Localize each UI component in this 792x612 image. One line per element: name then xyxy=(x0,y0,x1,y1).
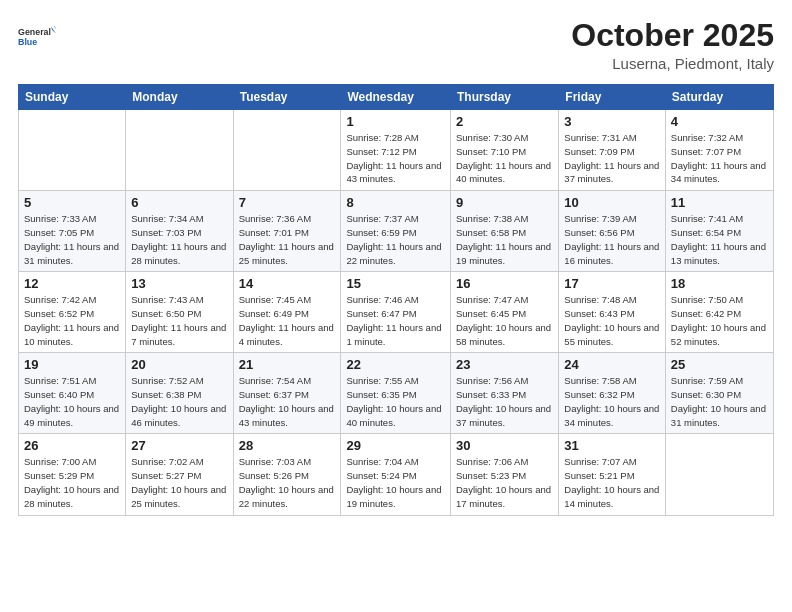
day-number: 8 xyxy=(346,195,445,210)
calendar-cell: 22Sunrise: 7:55 AM Sunset: 6:35 PM Dayli… xyxy=(341,353,451,434)
day-info: Sunrise: 7:04 AM Sunset: 5:24 PM Dayligh… xyxy=(346,455,445,510)
day-info: Sunrise: 7:59 AM Sunset: 6:30 PM Dayligh… xyxy=(671,374,768,429)
calendar-cell: 31Sunrise: 7:07 AM Sunset: 5:21 PM Dayli… xyxy=(559,434,666,515)
day-info: Sunrise: 7:38 AM Sunset: 6:58 PM Dayligh… xyxy=(456,212,553,267)
day-info: Sunrise: 7:30 AM Sunset: 7:10 PM Dayligh… xyxy=(456,131,553,186)
calendar-cell: 2Sunrise: 7:30 AM Sunset: 7:10 PM Daylig… xyxy=(451,110,559,191)
day-info: Sunrise: 7:47 AM Sunset: 6:45 PM Dayligh… xyxy=(456,293,553,348)
day-number: 18 xyxy=(671,276,768,291)
day-number: 15 xyxy=(346,276,445,291)
calendar-cell: 29Sunrise: 7:04 AM Sunset: 5:24 PM Dayli… xyxy=(341,434,451,515)
day-info: Sunrise: 7:51 AM Sunset: 6:40 PM Dayligh… xyxy=(24,374,120,429)
header-friday: Friday xyxy=(559,85,666,110)
calendar-week-row: 19Sunrise: 7:51 AM Sunset: 6:40 PM Dayli… xyxy=(19,353,774,434)
calendar-cell: 3Sunrise: 7:31 AM Sunset: 7:09 PM Daylig… xyxy=(559,110,666,191)
day-number: 31 xyxy=(564,438,660,453)
svg-text:Blue: Blue xyxy=(18,37,37,47)
day-info: Sunrise: 7:32 AM Sunset: 7:07 PM Dayligh… xyxy=(671,131,768,186)
day-info: Sunrise: 7:58 AM Sunset: 6:32 PM Dayligh… xyxy=(564,374,660,429)
calendar-cell: 24Sunrise: 7:58 AM Sunset: 6:32 PM Dayli… xyxy=(559,353,666,434)
day-info: Sunrise: 7:42 AM Sunset: 6:52 PM Dayligh… xyxy=(24,293,120,348)
day-info: Sunrise: 7:54 AM Sunset: 6:37 PM Dayligh… xyxy=(239,374,336,429)
calendar-cell: 21Sunrise: 7:54 AM Sunset: 6:37 PM Dayli… xyxy=(233,353,341,434)
calendar-cell xyxy=(233,110,341,191)
calendar-cell: 6Sunrise: 7:34 AM Sunset: 7:03 PM Daylig… xyxy=(126,191,233,272)
calendar-cell: 30Sunrise: 7:06 AM Sunset: 5:23 PM Dayli… xyxy=(451,434,559,515)
calendar-cell xyxy=(665,434,773,515)
day-number: 11 xyxy=(671,195,768,210)
header-monday: Monday xyxy=(126,85,233,110)
calendar-cell: 23Sunrise: 7:56 AM Sunset: 6:33 PM Dayli… xyxy=(451,353,559,434)
day-number: 6 xyxy=(131,195,227,210)
calendar-cell: 15Sunrise: 7:46 AM Sunset: 6:47 PM Dayli… xyxy=(341,272,451,353)
calendar-cell: 7Sunrise: 7:36 AM Sunset: 7:01 PM Daylig… xyxy=(233,191,341,272)
calendar-cell: 27Sunrise: 7:02 AM Sunset: 5:27 PM Dayli… xyxy=(126,434,233,515)
day-number: 9 xyxy=(456,195,553,210)
day-info: Sunrise: 7:39 AM Sunset: 6:56 PM Dayligh… xyxy=(564,212,660,267)
header-saturday: Saturday xyxy=(665,85,773,110)
day-number: 28 xyxy=(239,438,336,453)
calendar-cell: 25Sunrise: 7:59 AM Sunset: 6:30 PM Dayli… xyxy=(665,353,773,434)
day-number: 17 xyxy=(564,276,660,291)
day-info: Sunrise: 7:52 AM Sunset: 6:38 PM Dayligh… xyxy=(131,374,227,429)
calendar-cell: 10Sunrise: 7:39 AM Sunset: 6:56 PM Dayli… xyxy=(559,191,666,272)
calendar-cell: 8Sunrise: 7:37 AM Sunset: 6:59 PM Daylig… xyxy=(341,191,451,272)
day-number: 3 xyxy=(564,114,660,129)
day-number: 12 xyxy=(24,276,120,291)
day-info: Sunrise: 7:34 AM Sunset: 7:03 PM Dayligh… xyxy=(131,212,227,267)
calendar-cell: 1Sunrise: 7:28 AM Sunset: 7:12 PM Daylig… xyxy=(341,110,451,191)
page: General Blue October 2025 Luserna, Piedm… xyxy=(0,0,792,612)
day-number: 27 xyxy=(131,438,227,453)
calendar-cell: 26Sunrise: 7:00 AM Sunset: 5:29 PM Dayli… xyxy=(19,434,126,515)
day-info: Sunrise: 7:33 AM Sunset: 7:05 PM Dayligh… xyxy=(24,212,120,267)
day-info: Sunrise: 7:43 AM Sunset: 6:50 PM Dayligh… xyxy=(131,293,227,348)
day-info: Sunrise: 7:28 AM Sunset: 7:12 PM Dayligh… xyxy=(346,131,445,186)
calendar-week-row: 1Sunrise: 7:28 AM Sunset: 7:12 PM Daylig… xyxy=(19,110,774,191)
day-info: Sunrise: 7:50 AM Sunset: 6:42 PM Dayligh… xyxy=(671,293,768,348)
calendar-cell: 20Sunrise: 7:52 AM Sunset: 6:38 PM Dayli… xyxy=(126,353,233,434)
day-info: Sunrise: 7:45 AM Sunset: 6:49 PM Dayligh… xyxy=(239,293,336,348)
day-info: Sunrise: 7:48 AM Sunset: 6:43 PM Dayligh… xyxy=(564,293,660,348)
svg-marker-3 xyxy=(53,26,56,30)
calendar-cell xyxy=(19,110,126,191)
day-number: 25 xyxy=(671,357,768,372)
day-number: 26 xyxy=(24,438,120,453)
logo-svg: General Blue xyxy=(18,18,56,56)
title-block: October 2025 Luserna, Piedmont, Italy xyxy=(571,18,774,72)
calendar-week-row: 12Sunrise: 7:42 AM Sunset: 6:52 PM Dayli… xyxy=(19,272,774,353)
header-sunday: Sunday xyxy=(19,85,126,110)
day-info: Sunrise: 7:46 AM Sunset: 6:47 PM Dayligh… xyxy=(346,293,445,348)
day-info: Sunrise: 7:55 AM Sunset: 6:35 PM Dayligh… xyxy=(346,374,445,429)
calendar-cell: 9Sunrise: 7:38 AM Sunset: 6:58 PM Daylig… xyxy=(451,191,559,272)
day-number: 14 xyxy=(239,276,336,291)
svg-text:General: General xyxy=(18,27,51,37)
day-number: 19 xyxy=(24,357,120,372)
day-info: Sunrise: 7:37 AM Sunset: 6:59 PM Dayligh… xyxy=(346,212,445,267)
day-info: Sunrise: 7:31 AM Sunset: 7:09 PM Dayligh… xyxy=(564,131,660,186)
header: General Blue October 2025 Luserna, Piedm… xyxy=(18,18,774,72)
day-number: 13 xyxy=(131,276,227,291)
day-number: 30 xyxy=(456,438,553,453)
day-number: 23 xyxy=(456,357,553,372)
day-number: 22 xyxy=(346,357,445,372)
day-info: Sunrise: 7:00 AM Sunset: 5:29 PM Dayligh… xyxy=(24,455,120,510)
calendar-cell: 4Sunrise: 7:32 AM Sunset: 7:07 PM Daylig… xyxy=(665,110,773,191)
day-number: 4 xyxy=(671,114,768,129)
calendar-cell: 18Sunrise: 7:50 AM Sunset: 6:42 PM Dayli… xyxy=(665,272,773,353)
calendar-cell: 19Sunrise: 7:51 AM Sunset: 6:40 PM Dayli… xyxy=(19,353,126,434)
calendar-title: October 2025 xyxy=(571,18,774,53)
day-info: Sunrise: 7:56 AM Sunset: 6:33 PM Dayligh… xyxy=(456,374,553,429)
day-number: 24 xyxy=(564,357,660,372)
header-thursday: Thursday xyxy=(451,85,559,110)
calendar-cell: 16Sunrise: 7:47 AM Sunset: 6:45 PM Dayli… xyxy=(451,272,559,353)
calendar-week-row: 5Sunrise: 7:33 AM Sunset: 7:05 PM Daylig… xyxy=(19,191,774,272)
day-info: Sunrise: 7:03 AM Sunset: 5:26 PM Dayligh… xyxy=(239,455,336,510)
calendar-cell: 17Sunrise: 7:48 AM Sunset: 6:43 PM Dayli… xyxy=(559,272,666,353)
day-number: 21 xyxy=(239,357,336,372)
calendar-cell: 11Sunrise: 7:41 AM Sunset: 6:54 PM Dayli… xyxy=(665,191,773,272)
calendar-subtitle: Luserna, Piedmont, Italy xyxy=(571,55,774,72)
calendar-cell xyxy=(126,110,233,191)
day-number: 7 xyxy=(239,195,336,210)
day-info: Sunrise: 7:41 AM Sunset: 6:54 PM Dayligh… xyxy=(671,212,768,267)
day-number: 16 xyxy=(456,276,553,291)
